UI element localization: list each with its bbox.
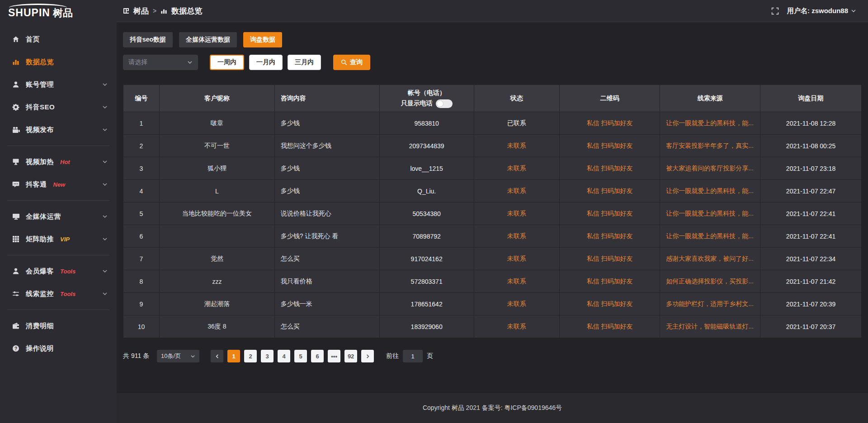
range-week-button[interactable]: 一周内 [210,55,244,70]
cell-source-link[interactable]: 让你一眼就爱上的黑科技，能... [660,202,760,225]
chevron-down-icon [102,127,108,132]
tab-omni-media-data[interactable]: 全媒体运营数据 [179,32,237,47]
hot-badge: Hot [60,159,70,165]
tab-inquiry-data[interactable]: 询盘数据 [243,32,282,47]
chevron-down-icon [102,104,108,110]
account-select[interactable]: 请选择 [123,55,198,70]
cell-status: 未联系 [474,135,559,157]
cell-qr-actions[interactable]: 私信 扫码加好友 [560,112,660,135]
cell-qr-actions[interactable]: 私信 扫码加好友 [560,293,660,315]
main-content: 抖音seo数据 全媒体运营数据 询盘数据 请选择 一周内 一月内 三月内 查询 [117,22,868,423]
logo[interactable]: SHUPIN 树品 [0,4,117,18]
sidebar-divider [7,200,109,201]
cell-nickname: 36度 8 [160,315,275,338]
grid-icon [12,235,20,243]
pagination-more-button[interactable]: ••• [328,350,340,362]
page-button-4[interactable]: 4 [278,350,290,362]
sidebar-item-doukeitong[interactable]: 抖客通 New [0,173,117,196]
page-button-2[interactable]: 2 [244,350,257,362]
sidebar-item-home[interactable]: 首页 [0,28,117,51]
cell-qr-actions[interactable]: 私信 扫码加好友 [560,202,660,225]
sidebar-item-label: 矩阵助推 [26,235,54,244]
cell-qr-actions[interactable]: 私信 扫码加好友 [560,225,660,248]
chevron-down-icon [102,291,108,296]
sidebar-item-account-management[interactable]: 账号管理 [0,73,117,96]
sidebar-item-label: 会员爆客 [26,267,54,276]
col-header-id: 编号 [123,85,160,112]
cell-qr-actions[interactable]: 私信 扫码加好友 [560,248,660,270]
cell-source-link[interactable]: 多功能护栏灯，适用于乡村文... [660,293,760,315]
video-camera-icon [12,126,20,133]
chevron-down-icon [851,8,856,14]
range-quarter-button[interactable]: 三月内 [288,55,321,70]
cell-id: 8 [123,270,160,293]
page-button-3[interactable]: 3 [261,350,274,362]
cell-nickname: 狐小狸 [160,157,275,180]
breadcrumb-root[interactable]: 树品 [133,6,149,16]
cell-id: 4 [123,180,160,202]
user-icon [12,81,20,88]
range-month-button[interactable]: 一月内 [249,55,283,70]
goto-page-input[interactable]: 1 [403,350,423,362]
tools-badge: Tools [60,268,75,275]
goto-label: 前往 [386,352,399,360]
cell-source-link[interactable]: 让你一眼就爱上的黑科技，能... [660,225,760,248]
fullscreen-icon[interactable] [771,7,779,15]
sidebar-item-douyin-seo[interactable]: 抖音SEO [0,96,117,118]
cell-nickname: 当地比较能吃的一位美女 [160,202,275,225]
pagination: 共 911 条 10条/页 1 2 3 4 5 6 ••• 92 前往 1 页 [123,350,862,362]
sidebar-divider [7,146,109,146]
cell-source-link[interactable]: 感谢大家喜欢我家，被问了好... [660,248,760,270]
logo-stack: SHUPIN 树品 [8,4,73,18]
sidebar-item-lead-monitoring[interactable]: 线索监控 Tools [0,282,117,305]
sidebar-item-video-heating[interactable]: 视频加热 Hot [0,150,117,173]
sidebar-item-video-publish[interactable]: 视频发布 [0,118,117,141]
cell-source-link[interactable]: 客厅安装投影半年多了，真实... [660,135,760,157]
page-footer: Copyright 树品 2021 备案号: 粤ICP备09019646号 [117,393,868,423]
sidebar-item-consumption-detail[interactable]: 消费明细 [0,315,117,337]
gear-icon [12,103,20,111]
cell-qr-actions[interactable]: 私信 扫码加好友 [560,157,660,180]
page-size-select[interactable]: 10条/页 [157,350,199,362]
next-page-button[interactable] [361,350,374,362]
phone-only-toggle[interactable] [436,99,453,108]
cell-source-link[interactable]: 让你一眼就爱上的黑科技，能... [660,112,760,135]
cell-id: 7 [123,248,160,270]
page-button-5[interactable]: 5 [294,350,307,362]
cell-content: 我只看价格 [274,270,379,293]
cell-source-link[interactable]: 如何正确选择投影仪，买投影... [660,270,760,293]
cell-qr-actions[interactable]: 私信 扫码加好友 [560,270,660,293]
cell-id: 6 [123,225,160,248]
tab-douyin-seo-data[interactable]: 抖音seo数据 [123,32,173,47]
chevron-down-icon [102,159,108,164]
cell-source-link[interactable]: 被大家追着问的客厅投影分享... [660,157,760,180]
cell-date: 2021-11-07 22:47 [760,180,862,202]
page-button-92[interactable]: 92 [344,350,357,362]
cell-qr-actions[interactable]: 私信 扫码加好友 [560,315,660,338]
sidebar-item-omni-media[interactable]: 全媒体运营 [0,205,117,228]
inquiry-table: 编号 客户昵称 咨询内容 帐号（电话） 只显示电话 [123,85,862,338]
cell-status: 未联系 [474,157,559,180]
sidebar-item-data-overview[interactable]: 数据总览 [0,51,117,73]
cell-source-link[interactable]: 无主灯设计，智能磁吸轨道灯... [660,315,760,338]
sidebar-item-label: 抖客通 [26,180,47,189]
cell-source-link[interactable]: 让你一眼就爱上的黑科技，能... [660,180,760,202]
cell-id: 10 [123,315,160,338]
cell-content: 多少钱 [274,180,379,202]
prev-page-button[interactable] [211,350,223,362]
user-menu[interactable]: 用户名: zswodun88 [787,7,856,15]
col-header-qrcode: 二维码 [560,85,660,112]
sidebar-item-member-leads[interactable]: 会员爆客 Tools [0,260,117,282]
table-row: 6 多少钱? 让我死心 看 70898792 未联系 私信 扫码加好友 让你一眼… [123,225,862,248]
search-button[interactable]: 查询 [333,55,370,70]
table-row: 10 36度 8 怎么买 183929060 未联系 私信 扫码加好友 无主灯设… [123,315,862,338]
cell-qr-actions[interactable]: 私信 扫码加好友 [560,180,660,202]
cell-qr-actions[interactable]: 私信 扫码加好友 [560,135,660,157]
page-button-1[interactable]: 1 [227,350,240,362]
sidebar-item-instructions[interactable]: ? 操作说明 [0,337,117,360]
monitor-icon [12,213,20,220]
cell-content: 多少钱 [274,157,379,180]
sidebar-item-matrix-boost[interactable]: 矩阵助推 VIP [0,228,117,250]
page-button-6[interactable]: 6 [311,350,324,362]
col-header-date: 询盘日期 [760,85,862,112]
